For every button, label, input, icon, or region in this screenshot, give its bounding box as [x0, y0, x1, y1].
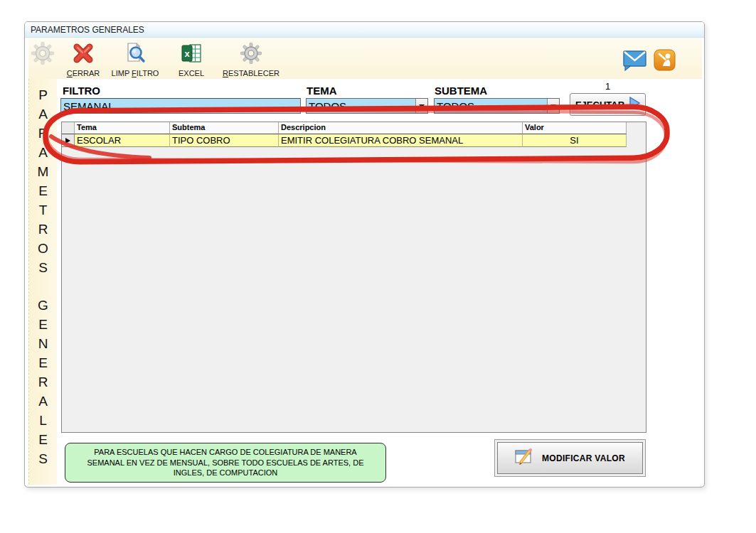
column-header-descripcion[interactable]: Descripcion [279, 122, 523, 134]
restablecer-button[interactable]: RESTABLECER [218, 42, 284, 77]
sidebar-letter: E [38, 432, 48, 451]
search-filter-icon [124, 42, 147, 65]
parameters-grid: Tema Subtema Descripcion Valor ESCOLAR T… [61, 122, 646, 433]
restablecer-label: RESTABLECER [223, 69, 279, 77]
mail-icon[interactable] [622, 48, 648, 74]
sidebar-letter: E [38, 355, 48, 375]
cerrar-label: CERRAR [67, 69, 100, 77]
tema-select[interactable]: TODOS [306, 98, 428, 114]
cell-tema: ESCOLAR [75, 134, 170, 147]
cerrar-button[interactable]: CERRAR [60, 42, 106, 77]
subtema-select[interactable]: TODOS [434, 98, 560, 114]
row-selector-cell[interactable] [62, 134, 75, 147]
sidebar-letter: R [38, 126, 48, 145]
result-count: 1 [570, 81, 646, 92]
close-icon [72, 42, 95, 65]
filtro-label: FILTRO [63, 85, 100, 97]
sidebar-letter: E [38, 183, 48, 203]
sidebar-letter: L [39, 413, 47, 432]
table-row[interactable]: ESCOLAR TIPO COBRO EMITIR COLEGIATURA CO… [62, 134, 646, 147]
header-selector-cell [62, 122, 75, 134]
row-selector-arrow [65, 138, 70, 144]
modificar-valor-frame: MODIFICAR VALOR [494, 439, 646, 477]
sidebar-vertical-title: P A R A M E T R O S G E N E R A L E S [28, 79, 57, 485]
sidebar-letter: M [38, 164, 49, 183]
parameter-description-note: PARA ESCUELAS QUE HACEN CARGO DE COLEGIA… [65, 443, 386, 483]
limp-filtro-button[interactable]: LIMP FILTRO [107, 42, 164, 77]
edit-pencil-icon [515, 448, 535, 469]
excel-icon: x [180, 42, 203, 65]
reset-gear-icon [240, 42, 262, 65]
cell-valor: SI [523, 134, 627, 147]
excel-button[interactable]: x EXCEL [173, 42, 210, 77]
modificar-valor-button[interactable]: MODIFICAR VALOR [497, 442, 643, 474]
sidebar-letter: A [38, 145, 48, 164]
parametros-generales-window: PARAMETROS GENERALES [24, 21, 705, 488]
sidebar-letter: E [38, 317, 48, 336]
presenter-icon[interactable] [654, 49, 676, 74]
sidebar-letter: T [39, 203, 48, 222]
window-title: PARAMETROS GENERALES [25, 25, 144, 35]
sidebar-letter: S [38, 260, 48, 279]
sidebar-letter: N [38, 336, 48, 355]
grid-header-row: Tema Subtema Descripcion Valor [62, 122, 646, 134]
sidebar-letter: S [38, 451, 48, 470]
cell-descripcion: EMITIR COLEGIATURA COBRO SEMANAL [279, 134, 523, 147]
ejecutar-button[interactable]: EJECUTAR [570, 93, 646, 116]
play-arrow-icon [629, 97, 640, 112]
title-bar: PARAMETROS GENERALES [25, 22, 704, 38]
subtema-value: TODOS [435, 100, 547, 112]
sidebar-letter: A [38, 394, 48, 413]
column-header-valor[interactable]: Valor [523, 122, 627, 134]
cell-subtema: TIPO COBRO [170, 134, 279, 147]
limp-filtro-label: LIMP FILTRO [112, 69, 159, 77]
excel-label: EXCEL [179, 69, 204, 77]
tema-label: TEMA [307, 85, 337, 97]
svg-text:x: x [184, 48, 190, 59]
tema-value: TODOS [307, 100, 415, 112]
subtema-label: SUBTEMA [435, 85, 487, 97]
chevron-down-icon[interactable] [415, 99, 427, 113]
ejecutar-label: EJECUTAR [575, 99, 624, 110]
sidebar-letter: O [38, 241, 48, 260]
column-header-subtema[interactable]: Subtema [170, 122, 279, 134]
filtro-value: SEMANAL [63, 100, 115, 112]
sidebar-letter: R [38, 375, 48, 394]
sidebar-letter: A [38, 107, 48, 126]
sidebar-letter: R [38, 222, 48, 241]
modificar-valor-label: MODIFICAR VALOR [542, 453, 625, 463]
sidebar-letter: P [38, 87, 48, 107]
chevron-down-icon[interactable] [547, 99, 559, 113]
column-header-tema[interactable]: Tema [75, 122, 170, 134]
gear-icon [31, 42, 54, 65]
filtro-input[interactable]: SEMANAL [60, 98, 301, 114]
sidebar-letter: G [38, 298, 48, 317]
